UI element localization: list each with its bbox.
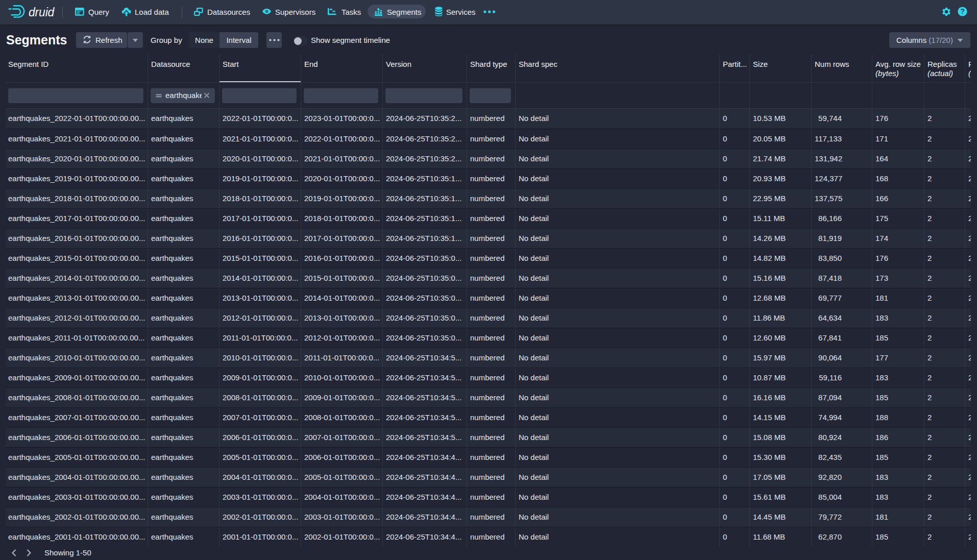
svg-text:?: ?	[960, 7, 965, 15]
